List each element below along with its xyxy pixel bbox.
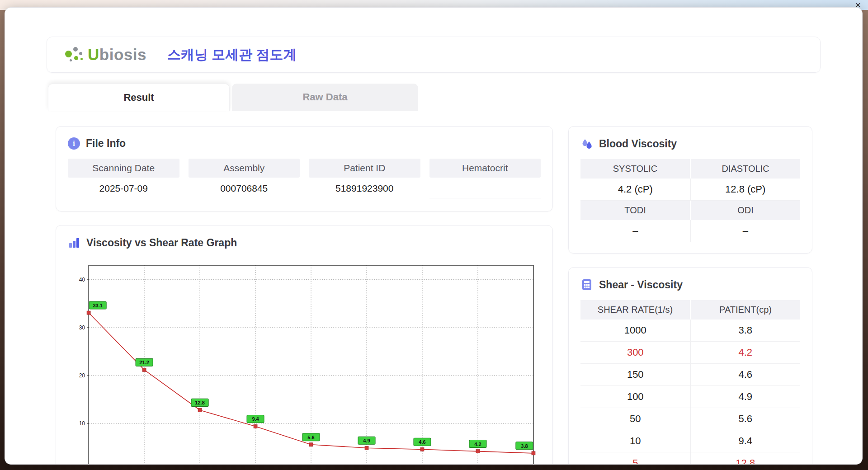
svg-text:4.6: 4.6 [419,439,425,445]
tab-bar: Result Raw Data [48,84,862,111]
table-row: 1000 3.8 [580,320,800,342]
sv-shear-value: 150 [580,364,690,386]
bv-value-row: – – [580,220,800,242]
sv-patient-value: 12.8 [690,452,801,465]
right-column: Blood Viscosity SYSTOLIC DIASTOLIC 4.2 (… [568,126,812,465]
field-label: Hematocrit [429,159,541,178]
left-column: i File Info Scanning Date 2025-07-09 Ass… [56,126,553,465]
bv-odi-value: – [690,220,801,242]
file-info-fields: Scanning Date 2025-07-09 Assembly 000706… [68,159,541,200]
field-label: Patient ID [309,159,420,178]
svg-text:33.1: 33.1 [93,303,102,308]
logo-text: Ubiosis [88,46,146,64]
sv-patient-value: 3.8 [690,320,801,342]
field-label: Scanning Date [68,159,179,178]
app-header: Ubiosis 스캐닝 모세관 점도계 [47,37,821,73]
field-value [429,178,541,198]
shear-viscosity-card: Shear - Viscosity SHEAR RATE(1/s) PATIEN… [568,267,812,465]
viscosity-graph-card: Viscosity vs Shear Rate Graph 1020304033… [56,225,553,465]
ubiosis-logo: Ubiosis [64,44,146,66]
field-patient-id: Patient ID 51891923900 [309,159,420,200]
main-content: i File Info Scanning Date 2025-07-09 Ass… [5,111,862,465]
svg-text:4.9: 4.9 [363,438,370,443]
sv-shear-value: 10 [580,430,690,452]
field-value: 000706845 [189,178,300,200]
graph-heading: Viscosity vs Shear Rate Graph [68,236,541,249]
info-icon: i [68,137,80,150]
app-window: Ubiosis 스캐닝 모세관 점도계 Result Raw Data i Fi… [5,7,863,465]
sv-patient-value: 9.4 [690,430,801,452]
table-row: 150 4.6 [580,364,800,386]
sv-patient-value: 4.9 [690,386,801,408]
field-hematocrit: Hematocrit [429,159,541,200]
table-row: 50 5.6 [580,408,800,430]
svg-text:21.2: 21.2 [139,360,149,365]
bv-header-todi: TODI [580,201,690,220]
droplet-icon [580,137,593,150]
bv-value-row: 4.2 (cP) 12.8 (cP) [580,179,800,201]
svg-text:4.2: 4.2 [474,442,481,447]
svg-text:40: 40 [79,277,85,283]
bv-header-row: SYSTOLIC DIASTOLIC [580,159,800,179]
svg-text:20: 20 [79,372,85,379]
field-scanning-date: Scanning Date 2025-07-09 [68,159,179,200]
bv-header-odi: ODI [690,201,800,220]
field-assembly: Assembly 000706845 [189,159,300,200]
viscosity-chart: 1020304033.121.212.89.45.64.94.64.23.812… [68,258,541,465]
svg-text:3.8: 3.8 [521,443,528,449]
sv-patient-value: 5.6 [690,408,801,430]
tab-result[interactable]: Result [48,84,230,111]
table-row: 100 4.9 [580,386,800,408]
svg-text:10: 10 [79,420,85,427]
sv-shear-value: 300 [580,342,690,364]
page-title: 스캐닝 모세관 점도계 [167,46,297,64]
field-value: 51891923900 [309,178,420,200]
sv-shear-value: 5 [580,452,690,465]
table-row: 10 9.4 [580,430,800,452]
sv-shear-value: 50 [580,408,690,430]
bv-header-row: TODI ODI [580,201,800,220]
file-info-card: i File Info Scanning Date 2025-07-09 Ass… [56,126,553,212]
file-info-heading: i File Info [68,137,541,150]
viscosity-chart-svg: 1020304033.121.212.89.45.64.94.64.23.812… [68,258,541,465]
logo-dots-icon [64,44,85,66]
close-icon[interactable]: × [855,0,861,9]
bv-header-systolic: SYSTOLIC [580,159,690,179]
calculator-icon [580,278,593,291]
bv-diastolic-value: 12.8 (cP) [690,179,801,201]
sv-shear-value: 1000 [580,320,690,342]
bv-systolic-value: 4.2 (cP) [580,179,690,201]
field-label: Assembly [189,159,300,178]
bv-todi-value: – [580,220,690,242]
sv-header-shear-rate: SHEAR RATE(1/s) [580,300,690,320]
svg-text:30: 30 [79,324,85,331]
bar-chart-icon [68,236,80,249]
sv-shear-value: 100 [580,386,690,408]
svg-text:12.8: 12.8 [195,400,204,405]
bv-header-diastolic: DIASTOLIC [690,159,800,179]
shear-viscosity-heading: Shear - Viscosity [580,278,800,291]
blood-viscosity-heading: Blood Viscosity [580,137,800,150]
blood-viscosity-card: Blood Viscosity SYSTOLIC DIASTOLIC 4.2 (… [568,126,812,254]
table-row: 300 4.2 [580,342,800,364]
sv-header-row: SHEAR RATE(1/s) PATIENT(cp) [580,300,800,320]
svg-text:5.6: 5.6 [307,435,314,440]
sv-patient-value: 4.2 [690,342,801,364]
svg-text:9.4: 9.4 [252,416,259,422]
sv-patient-value: 4.6 [690,364,801,386]
field-value: 2025-07-09 [68,178,179,200]
tab-raw-data[interactable]: Raw Data [232,84,418,111]
sv-header-patient: PATIENT(cp) [690,300,800,320]
table-row: 5 12.8 [580,452,800,465]
